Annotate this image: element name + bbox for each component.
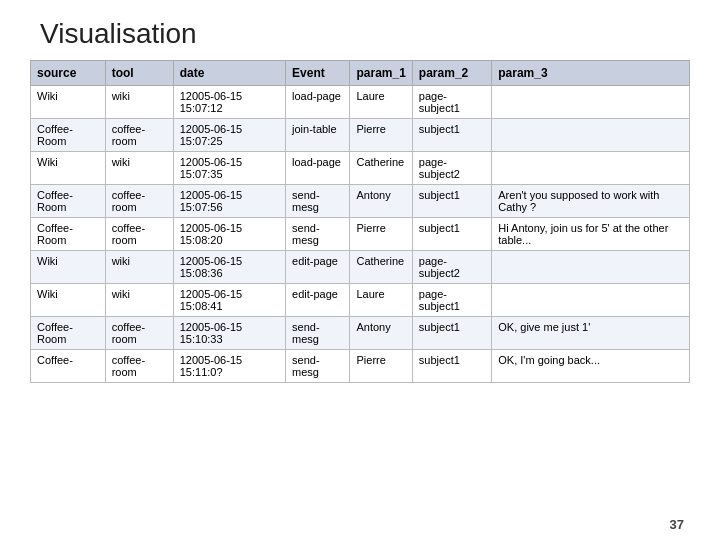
table-cell-r4-c6: Hi Antony, join us for 5' at the other t… [492, 218, 690, 251]
table-body: Wikiwiki12005-06-15 15:07:12load-pageLau… [31, 86, 690, 383]
table-header-source: source [31, 61, 106, 86]
table-cell-r7-c2: 12005-06-15 15:10:33 [173, 317, 285, 350]
table-cell-r2-c0: Wiki [31, 152, 106, 185]
table-cell-r1-c3: join-table [286, 119, 350, 152]
table-cell-r3-c6: Aren't you supposed to work with Cathy ? [492, 185, 690, 218]
table-header-event: Event [286, 61, 350, 86]
table-cell-r4-c3: send-mesg [286, 218, 350, 251]
table-row: Wikiwiki12005-06-15 15:07:12load-pageLau… [31, 86, 690, 119]
table-cell-r6-c6 [492, 284, 690, 317]
table-cell-r0-c1: wiki [105, 86, 173, 119]
table-cell-r7-c5: subject1 [412, 317, 491, 350]
table-cell-r8-c3: send-mesg [286, 350, 350, 383]
table-cell-r3-c3: send-mesg [286, 185, 350, 218]
table-header-date: date [173, 61, 285, 86]
table-cell-r0-c3: load-page [286, 86, 350, 119]
table-cell-r4-c2: 12005-06-15 15:08:20 [173, 218, 285, 251]
data-table: sourcetooldateEventparam_1param_2param_3… [30, 60, 690, 383]
table-cell-r6-c3: edit-page [286, 284, 350, 317]
table-cell-r6-c0: Wiki [31, 284, 106, 317]
table-header-param-2: param_2 [412, 61, 491, 86]
table-row: Wikiwiki12005-06-15 15:07:35load-pageCat… [31, 152, 690, 185]
table-cell-r8-c0: Coffee- [31, 350, 106, 383]
table-cell-r1-c0: Coffee-Room [31, 119, 106, 152]
table-cell-r5-c6 [492, 251, 690, 284]
table-cell-r0-c6 [492, 86, 690, 119]
table-cell-r1-c6 [492, 119, 690, 152]
table-cell-r3-c4: Antony [350, 185, 412, 218]
table-cell-r6-c1: wiki [105, 284, 173, 317]
table-cell-r5-c5: page-subject2 [412, 251, 491, 284]
table-cell-r5-c1: wiki [105, 251, 173, 284]
table-cell-r8-c4: Pierre [350, 350, 412, 383]
table-row: Coffee-coffee-room12005-06-15 15:11:0?se… [31, 350, 690, 383]
table-header-param-1: param_1 [350, 61, 412, 86]
table-row: Wikiwiki12005-06-15 15:08:36edit-pageCat… [31, 251, 690, 284]
table-cell-r2-c3: load-page [286, 152, 350, 185]
table-cell-r2-c1: wiki [105, 152, 173, 185]
table-cell-r4-c1: coffee-room [105, 218, 173, 251]
table-cell-r1-c1: coffee-room [105, 119, 173, 152]
table-cell-r7-c6: OK, give me just 1' [492, 317, 690, 350]
table-cell-r6-c5: page-subject1 [412, 284, 491, 317]
page-title: Visualisation [0, 0, 720, 60]
table-cell-r1-c5: subject1 [412, 119, 491, 152]
table-row: Coffee-Roomcoffee-room12005-06-15 15:07:… [31, 119, 690, 152]
table-cell-r4-c4: Pierre [350, 218, 412, 251]
table-header-tool: tool [105, 61, 173, 86]
table-header-param-3: param_3 [492, 61, 690, 86]
table-cell-r5-c4: Catherine [350, 251, 412, 284]
table-header-row: sourcetooldateEventparam_1param_2param_3 [31, 61, 690, 86]
table-row: Coffee-Roomcoffee-room12005-06-15 15:07:… [31, 185, 690, 218]
table-cell-r5-c3: edit-page [286, 251, 350, 284]
table-cell-r0-c0: Wiki [31, 86, 106, 119]
table-cell-r5-c2: 12005-06-15 15:08:36 [173, 251, 285, 284]
table-cell-r8-c1: coffee-room [105, 350, 173, 383]
table-cell-r3-c0: Coffee-Room [31, 185, 106, 218]
table-cell-r4-c5: subject1 [412, 218, 491, 251]
table-cell-r2-c6 [492, 152, 690, 185]
table-cell-r2-c4: Catherine [350, 152, 412, 185]
table-cell-r7-c4: Antony [350, 317, 412, 350]
table-row: Coffee-Roomcoffee-room12005-06-15 15:10:… [31, 317, 690, 350]
table-cell-r5-c0: Wiki [31, 251, 106, 284]
table-cell-r6-c4: Laure [350, 284, 412, 317]
data-table-wrapper: sourcetooldateEventparam_1param_2param_3… [0, 60, 720, 393]
table-cell-r8-c2: 12005-06-15 15:11:0? [173, 350, 285, 383]
table-cell-r1-c2: 12005-06-15 15:07:25 [173, 119, 285, 152]
table-cell-r4-c0: Coffee-Room [31, 218, 106, 251]
table-cell-r3-c2: 12005-06-15 15:07:56 [173, 185, 285, 218]
table-cell-r7-c0: Coffee-Room [31, 317, 106, 350]
table-cell-r6-c2: 12005-06-15 15:08:41 [173, 284, 285, 317]
table-cell-r0-c4: Laure [350, 86, 412, 119]
table-cell-r2-c2: 12005-06-15 15:07:35 [173, 152, 285, 185]
table-row: Wikiwiki12005-06-15 15:08:41edit-pageLau… [31, 284, 690, 317]
table-cell-r8-c5: subject1 [412, 350, 491, 383]
table-cell-r0-c5: page-subject1 [412, 86, 491, 119]
page-number: 37 [670, 517, 684, 532]
table-row: Coffee-Roomcoffee-room12005-06-15 15:08:… [31, 218, 690, 251]
table-cell-r2-c5: page-subject2 [412, 152, 491, 185]
table-cell-r3-c1: coffee-room [105, 185, 173, 218]
table-cell-r3-c5: subject1 [412, 185, 491, 218]
table-cell-r7-c3: send-mesg [286, 317, 350, 350]
table-cell-r1-c4: Pierre [350, 119, 412, 152]
table-cell-r8-c6: OK, I'm going back... [492, 350, 690, 383]
table-cell-r0-c2: 12005-06-15 15:07:12 [173, 86, 285, 119]
table-cell-r7-c1: coffee-room [105, 317, 173, 350]
